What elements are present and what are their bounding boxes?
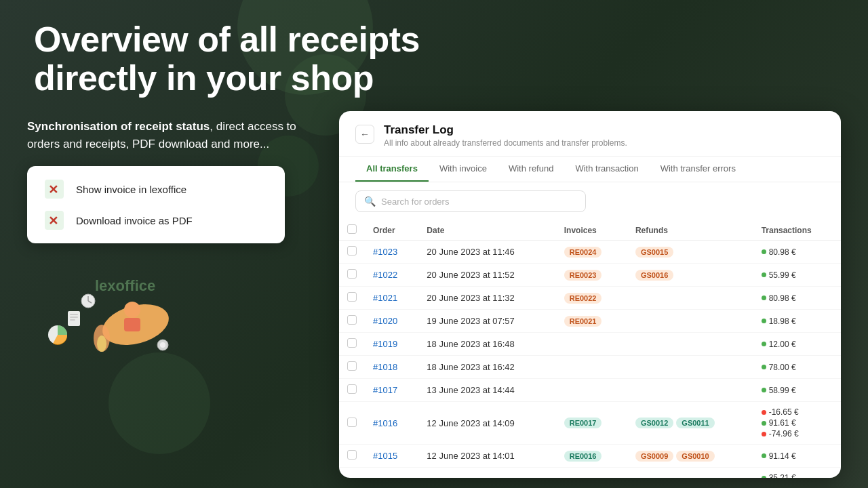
invoice-badge[interactable]: RE0016 [564, 451, 602, 462]
row-refunds: GS0012GS0011 [627, 402, 753, 445]
transaction-amount: 91.61 € [762, 418, 833, 428]
sync-bold: Synchronisation of receipt status [27, 120, 210, 133]
orders-table-wrap: Order Date Invoices Refunds Transactions… [339, 220, 841, 478]
row-refunds: GS0015 [627, 241, 753, 264]
window-title: Transfer Log [384, 123, 825, 137]
row-transactions: 35.21 €-20.94 €-14.27 € [753, 468, 841, 479]
row-date: 12 June 2023 at 14:01 [418, 445, 555, 468]
order-link[interactable]: #1023 [373, 247, 397, 257]
order-link[interactable]: #1015 [373, 451, 397, 461]
row-invoices: RE0015 [556, 468, 627, 479]
row-date: 18 June 2023 at 16:48 [418, 333, 555, 356]
row-order: #1015 [365, 445, 418, 468]
feature-1-label: Show invoice in lexoffice [76, 184, 186, 195]
hero-title: Overview of all receipts directly in you… [0, 0, 475, 111]
row-invoices [556, 333, 627, 356]
feature-item-1[interactable]: ✕ Show invoice in lexoffice [43, 178, 269, 200]
invoice-badge[interactable]: RE0021 [564, 316, 602, 327]
svg-text:lexoffice: lexoffice [95, 277, 155, 294]
row-transactions: 58.99 € [753, 379, 841, 402]
features-card: ✕ Show invoice in lexoffice ✕ Download i… [27, 166, 285, 243]
row-date: 13 June 2023 at 14:44 [418, 379, 555, 402]
row-checkbox[interactable] [347, 246, 357, 256]
search-input-wrap[interactable]: 🔍 Search for orders [355, 190, 586, 212]
tab-all-transfers[interactable]: All transfers [355, 157, 429, 182]
row-checkbox[interactable] [347, 361, 357, 371]
svg-rect-12 [70, 317, 78, 318]
back-button[interactable]: ← [355, 125, 374, 144]
order-link[interactable]: #1016 [373, 418, 397, 428]
refund-badge[interactable]: GS0011 [676, 418, 714, 428]
negative-dot [762, 432, 766, 436]
row-refunds: GS0016 [627, 264, 753, 287]
tab-with-refund[interactable]: With refund [498, 157, 564, 182]
row-checkbox-cell [339, 356, 365, 379]
row-refunds: GS0009GS0010 [627, 445, 753, 468]
left-panel: Synchronisation of receipt status, direc… [27, 111, 312, 359]
transfer-log-window: ← Transfer Log All info about already tr… [339, 111, 841, 478]
order-link[interactable]: #1021 [373, 293, 397, 303]
window-header: ← Transfer Log All info about already tr… [339, 111, 841, 157]
invoice-badge[interactable]: RE0017 [564, 418, 602, 428]
row-order: #1019 [365, 333, 418, 356]
refund-badge[interactable]: GS0016 [635, 270, 673, 281]
feature-item-2[interactable]: ✕ Download invoice as PDF [43, 209, 269, 231]
row-transactions: 80.98 € [753, 287, 841, 310]
row-checkbox[interactable] [347, 450, 357, 460]
transaction-amount: 18.98 € [762, 317, 833, 326]
row-checkbox[interactable] [347, 269, 357, 279]
tab-with-errors[interactable]: With transfer errors [650, 157, 747, 182]
refund-badge[interactable]: GS0015 [635, 247, 673, 258]
search-bar: 🔍 Search for orders [339, 182, 841, 220]
refund-badge[interactable]: GS0012 [635, 418, 673, 428]
row-transactions: 55.99 € [753, 264, 841, 287]
row-invoices: RE0021 [556, 310, 627, 333]
positive-dot [762, 421, 766, 426]
row-order: #1021 [365, 287, 418, 310]
svg-rect-11 [70, 314, 78, 315]
table-row: #101818 June 2023 at 16:4278.00 € [339, 356, 841, 379]
row-date: 12 June 2023 at 14:09 [418, 402, 555, 445]
tabs-bar: All transfers With invoice With refund W… [339, 157, 841, 182]
invoice-badge[interactable]: RE0024 [564, 247, 602, 258]
col-transactions: Transactions [753, 220, 841, 241]
row-transactions: 91.14 € [753, 445, 841, 468]
svg-rect-13 [70, 319, 75, 321]
invoice-badge[interactable]: RE0023 [564, 270, 602, 281]
order-link[interactable]: #1017 [373, 385, 397, 395]
row-checkbox[interactable] [347, 338, 357, 348]
order-link[interactable]: #1022 [373, 270, 397, 280]
lexoffice-icon-2: ✕ [43, 209, 65, 231]
row-invoices: RE0017 [556, 402, 627, 445]
invoice-badge[interactable]: RE0022 [564, 293, 602, 304]
tab-with-transaction[interactable]: With transaction [564, 157, 649, 182]
tab-with-invoice[interactable]: With invoice [429, 157, 498, 182]
row-invoices [556, 356, 627, 379]
row-checkbox[interactable] [347, 292, 357, 302]
transaction-amount: 80.98 € [762, 293, 833, 303]
row-checkbox[interactable] [347, 384, 357, 394]
row-transactions: -16.65 €91.61 €-74.96 € [753, 402, 841, 445]
row-checkbox[interactable] [347, 418, 357, 427]
refund-badge[interactable]: GS0010 [676, 451, 714, 462]
row-checkbox[interactable] [347, 315, 357, 325]
row-invoices: RE0022 [556, 287, 627, 310]
refund-badge[interactable]: GS0009 [635, 451, 673, 462]
transaction-amount: 78.00 € [762, 363, 833, 372]
row-order: #1023 [365, 241, 418, 264]
svg-point-6 [124, 302, 140, 318]
positive-dot [762, 365, 766, 369]
row-refunds [627, 333, 753, 356]
svg-rect-7 [124, 318, 140, 331]
order-link[interactable]: #1020 [373, 316, 397, 326]
table-row: #102019 June 2023 at 07:57RE002118.98 € [339, 310, 841, 333]
row-order: #1016 [365, 402, 418, 445]
row-date: 20 June 2023 at 11:46 [418, 241, 555, 264]
row-checkbox-cell [339, 287, 365, 310]
order-link[interactable]: #1018 [373, 362, 397, 372]
row-refunds [627, 310, 753, 333]
header-checkbox[interactable] [347, 224, 357, 234]
feature-2-label: Download invoice as PDF [76, 215, 193, 226]
transaction-amount: 55.99 € [762, 270, 833, 280]
order-link[interactable]: #1019 [373, 339, 397, 349]
